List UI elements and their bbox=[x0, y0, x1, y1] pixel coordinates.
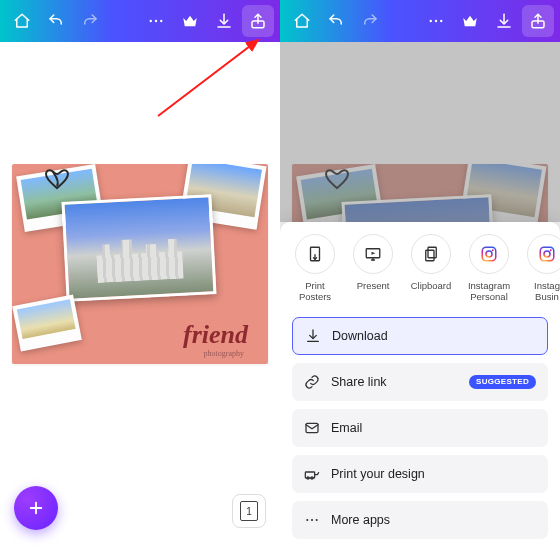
instagram-icon bbox=[469, 234, 509, 274]
svg-point-2 bbox=[160, 20, 162, 22]
svg-rect-16 bbox=[540, 247, 554, 261]
share-target-label: Clipboard bbox=[411, 280, 452, 291]
suggested-badge: SUGGESTED bbox=[469, 375, 536, 389]
svg-point-0 bbox=[150, 20, 152, 22]
design-artboard[interactable]: friend photography bbox=[12, 164, 268, 364]
action-email[interactable]: Email bbox=[292, 409, 548, 447]
more-icon[interactable] bbox=[140, 5, 172, 37]
action-label: Email bbox=[331, 421, 536, 435]
share-target-label: Instag Busin bbox=[534, 280, 560, 303]
action-label: Share link bbox=[331, 375, 458, 389]
undo-icon[interactable] bbox=[320, 5, 352, 37]
share-target-clipboard[interactable]: Clipboard bbox=[402, 234, 460, 303]
crown-icon[interactable] bbox=[174, 5, 206, 37]
svg-point-15 bbox=[492, 249, 494, 251]
share-icon[interactable] bbox=[522, 5, 554, 37]
editor-pane: friend photography 1 bbox=[0, 0, 280, 548]
page-count-value: 1 bbox=[240, 501, 258, 521]
svg-point-7 bbox=[440, 20, 442, 22]
svg-point-23 bbox=[306, 519, 308, 521]
share-target-label: Instagram Personal bbox=[468, 280, 510, 303]
svg-point-5 bbox=[430, 20, 432, 22]
photo-main[interactable] bbox=[61, 194, 216, 302]
share-target-label: Present bbox=[357, 280, 390, 291]
svg-point-18 bbox=[550, 249, 552, 251]
share-icon[interactable] bbox=[242, 5, 274, 37]
share-target-present[interactable]: Present bbox=[344, 234, 402, 303]
design-subtitle-text[interactable]: photography bbox=[204, 349, 244, 358]
page-count-button[interactable]: 1 bbox=[232, 494, 266, 528]
svg-point-1 bbox=[155, 20, 157, 22]
action-download[interactable]: Download bbox=[292, 317, 548, 355]
add-page-button[interactable] bbox=[14, 486, 58, 530]
design-title-text[interactable]: friend bbox=[183, 320, 248, 350]
action-label: Print your design bbox=[331, 467, 536, 481]
print-posters-icon bbox=[295, 234, 335, 274]
crown-icon[interactable] bbox=[454, 5, 486, 37]
clipboard-icon bbox=[411, 234, 451, 274]
redo-icon[interactable] bbox=[74, 5, 106, 37]
canvas-area[interactable]: friend photography 1 bbox=[0, 42, 280, 548]
action-label: Download bbox=[332, 329, 535, 343]
share-sheet-pane: Print Posters Present Clipboard bbox=[280, 0, 560, 548]
share-target-print-posters[interactable]: Print Posters bbox=[286, 234, 344, 303]
svg-rect-11 bbox=[428, 247, 436, 258]
home-icon[interactable] bbox=[6, 5, 38, 37]
redo-icon[interactable] bbox=[354, 5, 386, 37]
share-target-label: Print Posters bbox=[299, 280, 331, 303]
instagram-icon bbox=[527, 234, 560, 274]
share-target-instagram-business[interactable]: Instag Busin bbox=[518, 234, 560, 303]
svg-rect-13 bbox=[482, 247, 496, 261]
present-icon bbox=[353, 234, 393, 274]
svg-point-6 bbox=[435, 20, 437, 22]
top-toolbar bbox=[0, 0, 280, 42]
action-label: More apps bbox=[331, 513, 536, 527]
action-more-apps[interactable]: More apps bbox=[292, 501, 548, 539]
action-print-design[interactable]: Print your design bbox=[292, 455, 548, 493]
share-actions-list: Download Share link SUGGESTED Email Prin… bbox=[280, 309, 560, 539]
svg-point-14 bbox=[486, 251, 492, 257]
svg-point-24 bbox=[311, 519, 313, 521]
svg-point-17 bbox=[544, 251, 550, 257]
action-share-link[interactable]: Share link SUGGESTED bbox=[292, 363, 548, 401]
svg-rect-12 bbox=[426, 250, 434, 261]
share-target-instagram-personal[interactable]: Instagram Personal bbox=[460, 234, 518, 303]
top-toolbar bbox=[280, 0, 560, 42]
download-icon[interactable] bbox=[488, 5, 520, 37]
share-targets-row: Print Posters Present Clipboard bbox=[280, 234, 560, 309]
more-icon[interactable] bbox=[420, 5, 452, 37]
heart-scribble-icon bbox=[42, 166, 72, 192]
photo-polaroid[interactable] bbox=[12, 295, 82, 352]
share-sheet: Print Posters Present Clipboard bbox=[280, 222, 560, 548]
undo-icon[interactable] bbox=[40, 5, 72, 37]
svg-point-25 bbox=[316, 519, 318, 521]
home-icon[interactable] bbox=[286, 5, 318, 37]
download-icon[interactable] bbox=[208, 5, 240, 37]
